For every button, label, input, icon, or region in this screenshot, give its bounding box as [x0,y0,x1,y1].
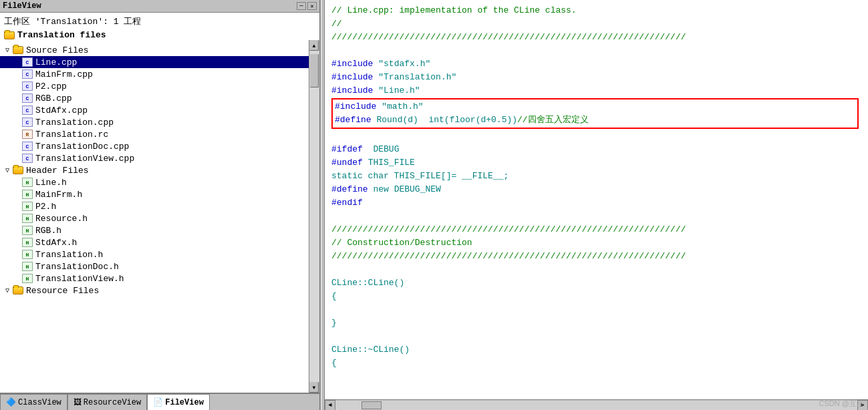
translation-h-icon: H [21,249,33,260]
code-editor-panel: // Line.cpp: implementation of the CLine… [325,0,868,410]
classview-icon: 🔷 [6,397,16,407]
resource-h-label: Resource.h [35,214,88,224]
tree-item-rgb-h[interactable]: H RGB.h [0,224,319,236]
line-cpp-icon: C [21,57,33,67]
rgb-cpp-label: RGB.cpp [35,93,72,104]
h-scroll-thumb[interactable] [361,401,382,409]
code-line-23 [331,303,861,317]
resourceview-icon: 🖼 [74,397,82,407]
code-line-9: #define Round(d) int(floor(d+0.5))//四舍五入… [335,114,855,127]
tree-item-translationview-h[interactable]: H TranslationView.h [0,272,319,284]
code-line-25 [331,330,861,343]
resource-h-icon: H [21,213,33,224]
source-expand-icon: ▽ [3,46,12,54]
scroll-thumb[interactable] [310,54,319,87]
translationview-h-icon: H [21,273,33,284]
left-panel-scrollbar[interactable]: ▲ ▼ [309,40,319,393]
header-expand-icon: ▽ [3,166,12,174]
translation-rc-label: Translation.rc [35,130,108,140]
fileview-label: FileView [165,398,204,407]
translationview-cpp-icon: C [21,153,33,164]
stdafx-cpp-icon: C [21,105,33,116]
code-line-12: #undef THIS_FILE [331,156,861,170]
project-title-text: Translation files [17,30,106,40]
scroll-up-btn[interactable]: ▲ [309,40,319,51]
panel-maximize-btn[interactable]: ✕ [307,2,317,10]
tree-item-translation-rc[interactable]: R Translation.rc [0,128,319,140]
line-h-label: Line.h [35,178,67,188]
tab-classview[interactable]: 🔷 ClassView [0,394,67,410]
scroll-down-btn[interactable]: ▼ [309,382,319,393]
mainfrm-cpp-label: MainFrm.cpp [35,69,93,79]
tree-item-line-cpp[interactable]: C Line.cpp [0,56,319,68]
left-panel: FileView ─ ✕ 工作区 'Translation': 1 工程 Tra… [0,0,321,410]
code-line-14: #define new DEBUG_NEW [331,183,861,196]
code-line-8: #include "math.h" [335,100,855,114]
code-line-7: #include "Line.h" [331,84,861,97]
code-line-18: // Construction/Destruction [331,236,861,250]
rgb-h-icon: H [21,225,33,236]
rgb-cpp-icon: C [21,93,33,104]
tab-resourceview[interactable]: 🖼 ResourceView [67,394,147,410]
tree-item-rgb-cpp[interactable]: C RGB.cpp [0,92,319,104]
workspace-title-text: 工作区 'Translation': 1 工程 [4,17,141,27]
project-title: Translation files [0,29,319,43]
tree-item-p2-cpp[interactable]: C P2.cpp [0,80,319,92]
p2-cpp-label: P2.cpp [35,81,67,91]
tree-item-translationdoc-cpp[interactable]: C TranslationDoc.cpp [0,140,319,152]
tree-item-mainfrm-cpp[interactable]: C MainFrm.cpp [0,68,319,80]
tree-item-translation-cpp[interactable]: C Translation.cpp [0,116,319,128]
mainfrm-h-label: MainFrm.h [35,190,82,200]
code-line-24: } [331,317,861,330]
panel-minimize-btn[interactable]: ─ [297,2,306,10]
tree-item-stdafx-cpp[interactable]: C StdAfx.cpp [0,104,319,116]
stdafx-h-label: StdAfx.h [35,238,77,248]
resource-files-group[interactable]: ▽ Resource Files [0,284,319,296]
translation-cpp-label: Translation.cpp [35,118,114,128]
source-folder-icon [12,45,24,55]
translationdoc-h-icon: H [21,261,33,272]
h-scroll-track [335,401,857,410]
tree-item-translationdoc-h[interactable]: H TranslationDoc.h [0,260,319,272]
panel-title-bar: FileView ─ ✕ [0,0,319,13]
tree-item-line-h[interactable]: H Line.h [0,176,319,188]
mainfrm-h-icon: H [21,189,33,200]
header-files-group[interactable]: ▽ Header Files [0,164,319,176]
scroll-track [309,51,319,382]
tree-item-p2-h[interactable]: H P2.h [0,200,319,212]
tree-item-translation-h[interactable]: H Translation.h [0,248,319,260]
translation-h-label: Translation.h [35,250,103,260]
panel-controls: ─ ✕ [297,2,317,10]
code-line-22: { [331,290,861,303]
p2-h-label: P2.h [35,202,56,212]
tab-fileview[interactable]: 📄 FileView [147,394,210,410]
code-line-17: ////////////////////////////////////////… [331,223,861,236]
code-line-6: #include "Translation.h" [331,71,861,84]
line-h-icon: H [21,177,33,188]
code-line-13: static char THIS_FILE[]= __FILE__; [331,170,861,183]
p2-h-icon: H [21,201,33,212]
resource-files-label: Resource Files [26,286,99,296]
source-files-group[interactable]: ▽ Source Files [0,44,319,56]
workspace-title: 工作区 'Translation': 1 工程 [0,13,319,29]
code-line-11: #ifdef DEBUG [331,143,861,156]
rgb-h-label: RGB.h [35,226,61,236]
code-editor[interactable]: // Line.cpp: implementation of the CLine… [325,0,868,399]
scroll-left-btn[interactable]: ◄ [325,400,335,411]
code-line-10 [331,130,861,143]
tree-item-mainfrm-h[interactable]: H MainFrm.h [0,188,319,200]
code-line-3: ////////////////////////////////////////… [331,31,861,44]
translationdoc-cpp-label: TranslationDoc.cpp [35,142,129,152]
tree-item-resource-h[interactable]: H Resource.h [0,212,319,224]
stdafx-h-icon: H [21,237,33,248]
code-line-2: // [331,17,861,31]
project-folder-icon [4,31,15,39]
translationdoc-h-label: TranslationDoc.h [35,262,119,272]
code-line-27: { [331,357,861,370]
highlight-region: #include "math.h" #define Round(d) int(f… [331,98,859,129]
panel-title-text: FileView [3,1,41,11]
code-line-5: #include "stdafx.h" [331,57,861,71]
tree-item-translationview-cpp[interactable]: C TranslationView.cpp [0,152,319,164]
tree-item-stdafx-h[interactable]: H StdAfx.h [0,236,319,248]
h-scrollbar[interactable]: ◄ ► [325,399,868,410]
